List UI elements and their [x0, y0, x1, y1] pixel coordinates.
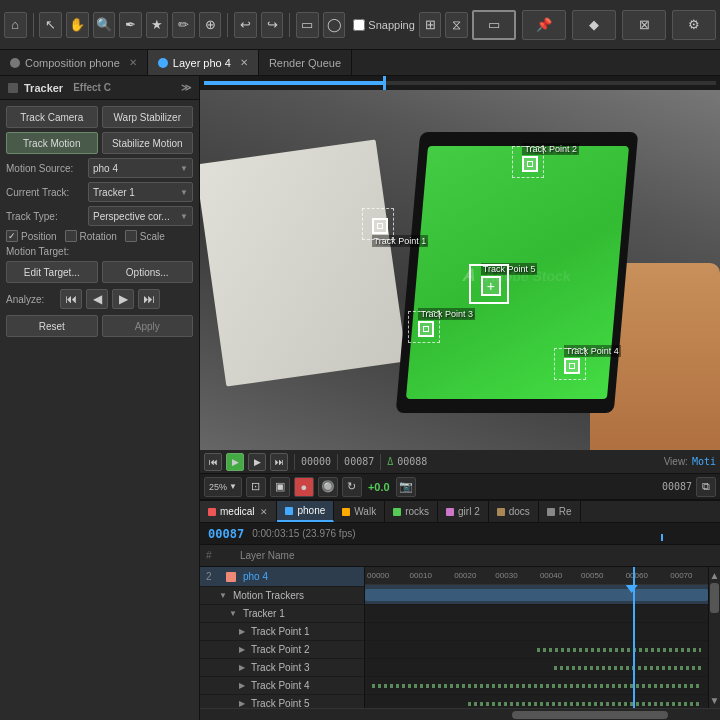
- brush-tool[interactable]: ✏: [172, 12, 195, 38]
- tab-rocks[interactable]: rocks: [385, 501, 438, 522]
- zoom-dropdown[interactable]: 25% ▼: [204, 477, 242, 497]
- motion-source-dropdown[interactable]: pho 4 ▼: [88, 158, 193, 178]
- track-point-4-container[interactable]: Track Point 4: [564, 345, 621, 374]
- scroll-up-btn[interactable]: ▲: [709, 567, 720, 583]
- tp3-expand[interactable]: ▶: [239, 663, 245, 672]
- tab-phone[interactable]: phone: [277, 501, 334, 522]
- tp1-inner: Track Point 1: [372, 218, 429, 247]
- frame-delta-display[interactable]: 00088: [397, 456, 427, 467]
- mt-expand[interactable]: ▼: [219, 591, 227, 600]
- toggle-alpha-icon[interactable]: ▣: [270, 477, 290, 497]
- rotation-checkbox[interactable]: [65, 230, 77, 242]
- mini-playhead[interactable]: [383, 76, 386, 90]
- fast-preview-icon[interactable]: 🔘: [318, 477, 338, 497]
- frame-in-display[interactable]: 00087: [344, 456, 374, 467]
- tp1-row[interactable]: ▶ Track Point 1: [200, 623, 364, 641]
- pho4-layer-row[interactable]: 2 pho 4: [200, 567, 364, 587]
- scroll-thumb[interactable]: [710, 583, 719, 613]
- track-point-1-container[interactable]: Track Point 1: [372, 218, 429, 247]
- tp3-row[interactable]: ▶ Track Point 3: [200, 659, 364, 677]
- tp5-row[interactable]: ▶ Track Point 5: [200, 695, 364, 708]
- v-scrollbar: ▲ ▼: [708, 567, 720, 708]
- tab-re[interactable]: Re: [539, 501, 581, 522]
- play-back-btn[interactable]: ⏮: [204, 453, 222, 471]
- edit-target-btn[interactable]: Edit Target...: [6, 261, 98, 283]
- tracker1-row[interactable]: ▼ Tracker 1: [200, 605, 364, 623]
- expand-icon[interactable]: ≫: [181, 82, 191, 93]
- scroll-down-btn[interactable]: ▼: [709, 692, 720, 708]
- tab-layer[interactable]: Layer pho 4 ✕: [148, 50, 259, 75]
- zoom-tool[interactable]: 🔍: [93, 12, 116, 38]
- mask-icon[interactable]: ▭: [296, 12, 319, 38]
- timecode-display[interactable]: 00000: [301, 456, 331, 467]
- rect-track-btn[interactable]: ▭: [472, 10, 516, 40]
- scale-checkbox[interactable]: [125, 230, 137, 242]
- tp1-expand[interactable]: ▶: [239, 627, 245, 636]
- undo-icon[interactable]: ↩: [234, 12, 257, 38]
- shape-tool[interactable]: ★: [146, 12, 169, 38]
- fit-icon[interactable]: ⊡: [246, 477, 266, 497]
- tab-medical[interactable]: medical ✕: [200, 501, 277, 522]
- track-point-2-container[interactable]: Track Point 2: [522, 143, 579, 172]
- frame-back-btn[interactable]: ▶: [226, 453, 244, 471]
- medical-label: medical: [220, 506, 254, 517]
- tp2-expand[interactable]: ▶: [239, 645, 245, 654]
- refresh-icon[interactable]: ↻: [342, 477, 362, 497]
- analyze-last-btn[interactable]: ⏭: [138, 289, 160, 309]
- snap-icon[interactable]: ⊞: [419, 12, 442, 38]
- diamond-btn[interactable]: ◆: [572, 10, 616, 40]
- position-checkbox[interactable]: [6, 230, 18, 242]
- settings-btn[interactable]: ⚙: [672, 10, 716, 40]
- tab-docs[interactable]: docs: [489, 501, 539, 522]
- corner-pin-btn[interactable]: ⊠: [622, 10, 666, 40]
- stabilize-motion-btn[interactable]: Stabilize Motion: [102, 132, 194, 154]
- clone-tool[interactable]: ⊕: [199, 12, 222, 38]
- warp-stabilizer-btn[interactable]: Warp Stabilizer: [102, 106, 194, 128]
- tp4-expand[interactable]: ▶: [239, 681, 245, 690]
- apply-btn[interactable]: Apply: [102, 315, 194, 337]
- current-time-value[interactable]: 00087: [208, 527, 244, 541]
- tp4-row[interactable]: ▶ Track Point 4: [200, 677, 364, 695]
- frame-fwd-btn[interactable]: ⏭: [270, 453, 288, 471]
- comp-tab-close[interactable]: ✕: [129, 57, 137, 68]
- analyze-back-btn[interactable]: ◀: [86, 289, 108, 309]
- reset-btn[interactable]: Reset: [6, 315, 98, 337]
- hand-tool[interactable]: ✋: [66, 12, 89, 38]
- analyze-fwd-btn[interactable]: ▶: [112, 289, 134, 309]
- tp2-inner: [522, 156, 579, 172]
- color-mgmt-icon[interactable]: ●: [294, 477, 314, 497]
- motion-trackers-group[interactable]: ▼ Motion Trackers: [200, 587, 364, 605]
- select-tool[interactable]: ↖: [39, 12, 62, 38]
- bezier-icon[interactable]: ⧖: [445, 12, 468, 38]
- redo-icon[interactable]: ↪: [261, 12, 284, 38]
- medical-close[interactable]: ✕: [260, 507, 268, 517]
- current-track-dropdown[interactable]: Tracker 1 ▼: [88, 182, 193, 202]
- tab-walk[interactable]: Walk: [334, 501, 385, 522]
- t1-expand[interactable]: ▼: [229, 609, 237, 618]
- tab-girl2[interactable]: girl 2: [438, 501, 489, 522]
- tab-composition[interactable]: Composition phone ✕: [0, 50, 148, 75]
- snapping-checkbox[interactable]: [353, 19, 365, 31]
- tp2-inner-box: [527, 161, 533, 167]
- tp5-expand[interactable]: ▶: [239, 699, 245, 708]
- options-btn[interactable]: Options...: [102, 261, 194, 283]
- track-point-5-container[interactable]: Track Point 5 +: [481, 263, 538, 296]
- mini-scrubber[interactable]: [204, 81, 716, 85]
- tp2-row[interactable]: ▶ Track Point 2: [200, 641, 364, 659]
- track-motion-btn[interactable]: Track Motion: [6, 132, 98, 154]
- track-type-dropdown[interactable]: Perspective cor... ▼: [88, 206, 193, 226]
- track-point-3-container[interactable]: Track Point 3: [418, 308, 475, 337]
- tab-render[interactable]: Render Queue: [259, 50, 352, 75]
- home-icon[interactable]: ⌂: [4, 12, 27, 38]
- play-btn[interactable]: ▶: [248, 453, 266, 471]
- camera-icon[interactable]: 📷: [396, 477, 416, 497]
- ellipse-icon[interactable]: ◯: [323, 12, 346, 38]
- pin-btn[interactable]: 📌: [522, 10, 566, 40]
- pen-tool[interactable]: ✒: [119, 12, 142, 38]
- analyze-first-btn[interactable]: ⏮: [60, 289, 82, 309]
- frame-display-2[interactable]: 00087: [662, 481, 692, 492]
- h-scroll-thumb[interactable]: [512, 711, 668, 719]
- track-camera-btn[interactable]: Track Camera: [6, 106, 98, 128]
- layer-tab-close[interactable]: ✕: [240, 57, 248, 68]
- view-options-icon[interactable]: ⧉: [696, 477, 716, 497]
